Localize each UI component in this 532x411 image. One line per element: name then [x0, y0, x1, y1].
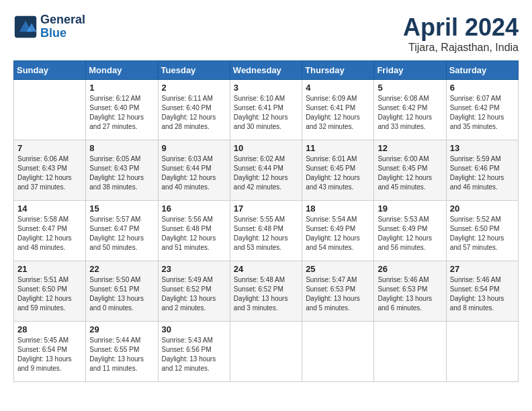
- day-number: 2: [162, 83, 226, 93]
- calendar-cell: 26Sunrise: 5:46 AM Sunset: 6:53 PM Dayli…: [374, 261, 446, 322]
- day-detail: Sunrise: 6:03 AM Sunset: 6:44 PM Dayligh…: [162, 154, 226, 192]
- day-number: 11: [306, 143, 370, 153]
- calendar-cell: 16Sunrise: 5:56 AM Sunset: 6:48 PM Dayli…: [158, 201, 230, 261]
- calendar-cell: 30Sunrise: 5:43 AM Sunset: 6:56 PM Dayli…: [158, 322, 230, 382]
- calendar-cell: 11Sunrise: 6:01 AM Sunset: 6:45 PM Dayli…: [302, 140, 374, 201]
- day-number: 18: [306, 203, 370, 214]
- day-number: 8: [89, 143, 154, 153]
- weekday-header-tuesday: Tuesday: [158, 61, 230, 80]
- calendar-cell: 25Sunrise: 5:47 AM Sunset: 6:53 PM Dayli…: [302, 261, 374, 322]
- weekday-header-sunday: Sunday: [14, 61, 86, 80]
- day-detail: Sunrise: 5:45 AM Sunset: 6:54 PM Dayligh…: [17, 336, 82, 373]
- day-number: 21: [17, 264, 82, 274]
- logo-icon: [13, 15, 38, 39]
- calendar-cell: 23Sunrise: 5:49 AM Sunset: 6:52 PM Dayli…: [158, 261, 230, 322]
- month-title: April 2024: [403, 13, 519, 42]
- day-detail: Sunrise: 5:52 AM Sunset: 6:50 PM Dayligh…: [450, 215, 515, 253]
- location-subtitle: Tijara, Rajasthan, India: [403, 42, 519, 54]
- day-number: 13: [450, 143, 515, 153]
- day-detail: Sunrise: 5:48 AM Sunset: 6:52 PM Dayligh…: [234, 275, 298, 313]
- calendar-cell: 6Sunrise: 6:07 AM Sunset: 6:42 PM Daylig…: [446, 80, 518, 140]
- calendar-cell: 12Sunrise: 6:00 AM Sunset: 6:45 PM Dayli…: [374, 140, 446, 201]
- day-detail: Sunrise: 5:54 AM Sunset: 6:49 PM Dayligh…: [306, 215, 370, 253]
- day-detail: Sunrise: 6:10 AM Sunset: 6:41 PM Dayligh…: [234, 94, 298, 132]
- calendar-week-row: 28Sunrise: 5:45 AM Sunset: 6:54 PM Dayli…: [14, 322, 519, 382]
- calendar-body: 1Sunrise: 6:12 AM Sunset: 6:40 PM Daylig…: [14, 80, 519, 382]
- calendar-week-row: 14Sunrise: 5:58 AM Sunset: 6:47 PM Dayli…: [14, 201, 519, 261]
- day-detail: Sunrise: 5:58 AM Sunset: 6:47 PM Dayligh…: [17, 215, 82, 253]
- calendar-cell: 2Sunrise: 6:11 AM Sunset: 6:40 PM Daylig…: [158, 80, 230, 140]
- day-number: 14: [17, 203, 82, 214]
- day-number: 19: [378, 203, 442, 214]
- calendar-cell: 29Sunrise: 5:44 AM Sunset: 6:55 PM Dayli…: [86, 322, 158, 382]
- calendar-cell: 1Sunrise: 6:12 AM Sunset: 6:40 PM Daylig…: [86, 80, 158, 140]
- calendar-cell: 7Sunrise: 6:06 AM Sunset: 6:43 PM Daylig…: [14, 140, 86, 201]
- calendar-cell: 24Sunrise: 5:48 AM Sunset: 6:52 PM Dayli…: [230, 261, 302, 322]
- calendar-cell: [446, 322, 518, 382]
- calendar-cell: [230, 322, 302, 382]
- day-number: 28: [17, 324, 82, 334]
- day-detail: Sunrise: 5:43 AM Sunset: 6:56 PM Dayligh…: [162, 336, 226, 373]
- calendar-cell: [302, 322, 374, 382]
- calendar-cell: 9Sunrise: 6:03 AM Sunset: 6:44 PM Daylig…: [158, 140, 230, 201]
- day-detail: Sunrise: 6:09 AM Sunset: 6:41 PM Dayligh…: [306, 94, 370, 132]
- logo-line1: General: [40, 13, 85, 27]
- day-number: 9: [162, 143, 226, 153]
- calendar-cell: 13Sunrise: 5:59 AM Sunset: 6:46 PM Dayli…: [446, 140, 518, 201]
- day-number: 30: [162, 324, 226, 334]
- day-detail: Sunrise: 5:46 AM Sunset: 6:53 PM Dayligh…: [378, 275, 442, 313]
- calendar-cell: 18Sunrise: 5:54 AM Sunset: 6:49 PM Dayli…: [302, 201, 374, 261]
- day-detail: Sunrise: 5:53 AM Sunset: 6:49 PM Dayligh…: [378, 215, 442, 253]
- day-detail: Sunrise: 5:47 AM Sunset: 6:53 PM Dayligh…: [306, 275, 370, 313]
- day-number: 27: [450, 264, 515, 274]
- day-detail: Sunrise: 6:01 AM Sunset: 6:45 PM Dayligh…: [306, 154, 370, 192]
- calendar-cell: 28Sunrise: 5:45 AM Sunset: 6:54 PM Dayli…: [14, 322, 86, 382]
- day-number: 16: [162, 203, 226, 214]
- day-number: 1: [89, 83, 154, 93]
- calendar-week-row: 7Sunrise: 6:06 AM Sunset: 6:43 PM Daylig…: [14, 140, 519, 201]
- weekday-header-friday: Friday: [374, 61, 446, 80]
- calendar-cell: [14, 80, 86, 140]
- day-number: 15: [89, 203, 154, 214]
- day-number: 4: [306, 83, 370, 93]
- day-detail: Sunrise: 6:12 AM Sunset: 6:40 PM Dayligh…: [89, 94, 154, 132]
- day-detail: Sunrise: 5:57 AM Sunset: 6:47 PM Dayligh…: [89, 215, 154, 253]
- day-detail: Sunrise: 5:56 AM Sunset: 6:48 PM Dayligh…: [162, 215, 226, 253]
- day-number: 10: [234, 143, 298, 153]
- calendar-table: SundayMondayTuesdayWednesdayThursdayFrid…: [13, 60, 519, 382]
- day-detail: Sunrise: 5:44 AM Sunset: 6:55 PM Dayligh…: [89, 336, 154, 373]
- day-number: 7: [17, 143, 82, 153]
- calendar-week-row: 1Sunrise: 6:12 AM Sunset: 6:40 PM Daylig…: [14, 80, 519, 140]
- calendar-cell: 10Sunrise: 6:02 AM Sunset: 6:44 PM Dayli…: [230, 140, 302, 201]
- day-detail: Sunrise: 6:02 AM Sunset: 6:44 PM Dayligh…: [234, 154, 298, 192]
- day-detail: Sunrise: 5:46 AM Sunset: 6:54 PM Dayligh…: [450, 275, 515, 313]
- day-number: 29: [89, 324, 154, 334]
- day-detail: Sunrise: 6:00 AM Sunset: 6:45 PM Dayligh…: [378, 154, 442, 192]
- day-detail: Sunrise: 6:11 AM Sunset: 6:40 PM Dayligh…: [162, 94, 226, 132]
- title-block: April 2024 Tijara, Rajasthan, India: [403, 13, 519, 54]
- calendar-week-row: 21Sunrise: 5:51 AM Sunset: 6:50 PM Dayli…: [14, 261, 519, 322]
- calendar-cell: 4Sunrise: 6:09 AM Sunset: 6:41 PM Daylig…: [302, 80, 374, 140]
- logo-text: General Blue: [40, 13, 85, 40]
- weekday-header-monday: Monday: [86, 61, 158, 80]
- day-detail: Sunrise: 5:51 AM Sunset: 6:50 PM Dayligh…: [17, 275, 82, 313]
- day-detail: Sunrise: 6:08 AM Sunset: 6:42 PM Dayligh…: [378, 94, 442, 132]
- weekday-header-wednesday: Wednesday: [230, 61, 302, 80]
- day-detail: Sunrise: 5:50 AM Sunset: 6:51 PM Dayligh…: [89, 275, 154, 313]
- calendar-cell: 20Sunrise: 5:52 AM Sunset: 6:50 PM Dayli…: [446, 201, 518, 261]
- calendar-cell: 15Sunrise: 5:57 AM Sunset: 6:47 PM Dayli…: [86, 201, 158, 261]
- day-number: 6: [450, 83, 515, 93]
- day-detail: Sunrise: 6:07 AM Sunset: 6:42 PM Dayligh…: [450, 94, 515, 132]
- calendar-cell: 21Sunrise: 5:51 AM Sunset: 6:50 PM Dayli…: [14, 261, 86, 322]
- day-number: 3: [234, 83, 298, 93]
- calendar-header-row: SundayMondayTuesdayWednesdayThursdayFrid…: [14, 61, 519, 80]
- page-header: General Blue April 2024 Tijara, Rajastha…: [13, 13, 519, 54]
- calendar-cell: 5Sunrise: 6:08 AM Sunset: 6:42 PM Daylig…: [374, 80, 446, 140]
- weekday-header-thursday: Thursday: [302, 61, 374, 80]
- day-number: 25: [306, 264, 370, 274]
- day-number: 26: [378, 264, 442, 274]
- day-number: 22: [89, 264, 154, 274]
- day-number: 5: [378, 83, 442, 93]
- day-number: 23: [162, 264, 226, 274]
- day-number: 12: [378, 143, 442, 153]
